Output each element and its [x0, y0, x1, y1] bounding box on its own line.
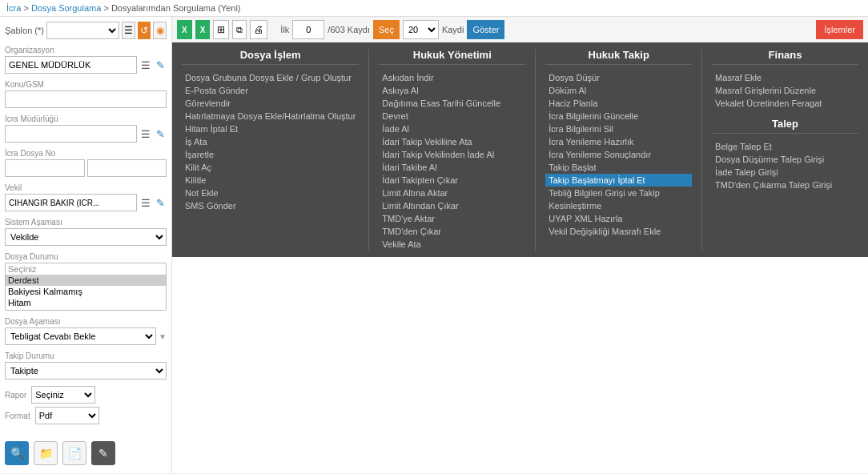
dropdown-item-idari-vekil-iade[interactable]: İdari Takip Vekilinden İade Al	[379, 148, 525, 161]
org-edit-icon[interactable]: ✎	[155, 59, 167, 71]
dropdown-item-belge-talep[interactable]: Belge Talep Et	[712, 140, 858, 153]
dropdown-item-limit-altin-cik[interactable]: Limit Altından Çıkar	[379, 199, 525, 212]
breadcrumb-link-icra[interactable]: İcra	[6, 3, 21, 13]
dosyadurumu-listbox[interactable]: Seçiniz Derdest Bakiyesi Kalmamış Hitam	[5, 263, 167, 311]
folder-button[interactable]: 📁	[34, 441, 58, 465]
dropdown-item-dosya-dusur[interactable]: Dosya Düşür	[545, 71, 692, 84]
print-icon[interactable]: 🖨	[250, 20, 267, 39]
breadcrumb-link-sorgulama[interactable]: Dosya Sorgulama	[31, 3, 101, 13]
dropdown-item-icra-guncelle[interactable]: İcra Bilgilerini Güncelle	[545, 110, 692, 123]
sistem-select[interactable]: Vekilde	[5, 228, 167, 246]
dropdown-item-iade-talep[interactable]: İade Talep Girişi	[712, 166, 858, 179]
dropdown-item-iade-al[interactable]: İade Al	[379, 123, 525, 135]
dropdown-item-hatirlatma[interactable]: Hatırlatmaya Dosya Ekle/Hatırlatma Oluşt…	[182, 110, 359, 123]
dropdown-item-dosyagrubu[interactable]: Dosya Grubuna Dosya Ekle / Grup Oluştur	[182, 71, 359, 84]
edit-button[interactable]: ✎	[91, 441, 115, 465]
dosyaasamasi-select[interactable]: Tebligat Cevabı Bekle	[5, 327, 156, 345]
icra-edit-icon[interactable]: ✎	[155, 128, 167, 140]
sablon-edit-icon[interactable]: ◉	[153, 22, 167, 39]
sidebar: Şablon (*) ☰ ↺ ◉ Organizasyon ☰ ✎ Konu/G…	[0, 17, 172, 473]
dropdown-item-takip-iptal[interactable]: Takip Başlatmayı İptal Et	[545, 174, 692, 187]
vekil-edit-icon[interactable]: ✎	[155, 197, 167, 209]
konu-input[interactable]	[5, 90, 167, 108]
icra-input[interactable]	[5, 125, 137, 143]
sablon-list-icon[interactable]: ☰	[122, 22, 135, 39]
dropdown-menu: Dosya İşlem Dosya Grubuna Dosya Ekle / G…	[172, 42, 868, 257]
vekil-list-icon[interactable]: ☰	[139, 197, 152, 209]
dropdown-item-yenileme-sonuc[interactable]: İcra Yenileme Sonuçlandır	[545, 148, 692, 161]
islemler-button[interactable]: İşlemler	[816, 20, 863, 39]
sablon-select[interactable]	[46, 22, 119, 39]
dropdown-col1-title: Dosya İşlem	[182, 49, 359, 65]
dropdown-item-dagitim[interactable]: Dağıtıma Esas Tarihi Güncelle	[379, 97, 525, 110]
dropdown-item-icra-sil[interactable]: İcra Bilgilerini Sil	[545, 123, 692, 135]
search-button[interactable]: 🔍	[5, 441, 29, 465]
sablon-orange-icon[interactable]: ↺	[138, 22, 151, 39]
vekil-input[interactable]	[5, 194, 137, 211]
rapor-select[interactable]: Seçiniz	[31, 386, 95, 404]
dropdown-item-gorevlendir[interactable]: Görevlendir	[182, 97, 359, 110]
takip-select[interactable]: Takipte	[5, 362, 167, 380]
dropdown-col3-title: Hukuk Takip	[545, 49, 692, 65]
excel-icon-2[interactable]: X	[195, 20, 211, 39]
kaydi-label: Kaydi	[442, 25, 464, 34]
sistem-label: Sistem Aşaması	[5, 218, 167, 227]
dropdown-item-takip-baslat[interactable]: Takip Başlat	[545, 161, 692, 174]
dropdown-item-kilitle[interactable]: Kilitle	[182, 174, 359, 187]
dropdown-item-hitam-iptal[interactable]: Hitam İptal Et	[182, 123, 359, 135]
dosyaasamasi-label: Dosya Aşaması	[5, 317, 167, 326]
dropdown-item-sms[interactable]: SMS Gönder	[182, 199, 359, 212]
dropdown-item-vekalet-feragat[interactable]: Vekalet Ücretinden Feragat	[712, 97, 858, 110]
dropdown-item-teblig[interactable]: Tebliğ Bilgileri Girişi ve Takip	[545, 187, 692, 199]
dropdown-item-tmd-cikarma-talep[interactable]: TMD'den Çıkarma Talep Girişi	[712, 179, 858, 191]
dropdown-item-yenileme-hazir[interactable]: İcra Yenileme Hazırlık	[545, 135, 692, 148]
dropdown-item-eposta[interactable]: E-Posta Gönder	[182, 84, 359, 97]
dropdown-item-idari-takibe[interactable]: İdari Takibe Al	[379, 161, 525, 174]
dropdown-item-uyap-xml[interactable]: UYAP XML Hazırla	[545, 212, 692, 225]
dropdown-item-haciz-planla[interactable]: Haciz Planla	[545, 97, 692, 110]
format-select[interactable]: Pdf	[35, 407, 99, 424]
copy-icon[interactable]: ⧉	[232, 20, 247, 39]
dropdown-item-not-ekle[interactable]: Not Ekle	[182, 187, 359, 199]
dropdown-item-isaretle[interactable]: İşaretle	[182, 148, 359, 161]
sablon-label: Şablon (*)	[5, 26, 44, 35]
dropdown-item-idari-vekil-ata[interactable]: İdari Takip Vekiliine Ata	[379, 135, 525, 148]
dropdown-item-kesinlestirme[interactable]: Kesinleştirme	[545, 199, 692, 212]
bottom-action-buttons: 🔍 📁 📄 ✎	[5, 441, 115, 465]
dropdown-item-masraf-duzenle[interactable]: Masraf Girişlerini Düzenle	[712, 84, 858, 97]
pagesize-select[interactable]: 20 50 100	[403, 20, 439, 39]
content-area: X X ⊞ ⧉ 🖨 İlk /603 Kaydı Seç 20 50 100 K…	[172, 17, 868, 473]
dropdown-item-kilit-ac[interactable]: Kilit Aç	[182, 161, 359, 174]
dropdown-item-devret[interactable]: Devret	[379, 110, 525, 123]
dropdown-item-limit-altina[interactable]: Limit Altına Aktar	[379, 187, 525, 199]
dropdown-item-askidan-indir[interactable]: Askıdan İndir	[379, 71, 525, 84]
excel-icon-1[interactable]: X	[177, 20, 192, 39]
dropdown-item-dokum-al[interactable]: Döküm Al	[545, 84, 692, 97]
dropdown-item-askiya-al[interactable]: Askıya Al	[379, 84, 525, 97]
dropdown-col-finans-talep: Finans Masraf Ekle Masraf Girişlerini Dü…	[702, 49, 868, 251]
sec-button[interactable]: Seç	[373, 20, 400, 39]
dropdown-item-tmd-aktar[interactable]: TMD'ye Aktar	[379, 212, 525, 225]
dropdown-col4-title: Finans	[712, 49, 858, 65]
dropdown-item-idari-takipten[interactable]: İdari Takipten Çıkar	[379, 174, 525, 187]
takip-label: Takip Durumu	[5, 351, 167, 360]
dropdown-col-hukuk-yonetimi: Hukuk Yönetimi Askıdan İndir Askıya Al D…	[369, 49, 536, 251]
dropdown-item-vekil-masraf[interactable]: Vekil Değişikliği Masrafı Ekle	[545, 225, 692, 238]
format-label: Format	[5, 412, 30, 420]
page-input[interactable]	[292, 20, 324, 39]
table-icon[interactable]: ⊞	[213, 20, 229, 39]
dropdown-item-vekile-ata[interactable]: Vekile Ata	[379, 238, 525, 251]
dropdown-item-dosya-dusurme-talep[interactable]: Dosya Düşürme Talep Girişi	[712, 153, 858, 166]
dropdown-item-masraf-ekle[interactable]: Masraf Ekle	[712, 71, 858, 84]
dropdown-item-is-ata[interactable]: İş Ata	[182, 135, 359, 148]
konu-label: Konu/GSM	[5, 80, 167, 89]
dropdown-item-tmd-cikar[interactable]: TMD'den Çıkar	[379, 225, 525, 238]
vekil-label: Vekil	[5, 183, 167, 192]
goster-button[interactable]: Göster	[467, 20, 504, 39]
dosyano-to[interactable]	[87, 159, 167, 177]
org-input[interactable]	[5, 56, 137, 74]
org-list-icon[interactable]: ☰	[139, 59, 152, 71]
report-button[interactable]: 📄	[62, 441, 86, 465]
dosyano-from[interactable]	[5, 159, 85, 177]
icra-list-icon[interactable]: ☰	[139, 128, 152, 140]
